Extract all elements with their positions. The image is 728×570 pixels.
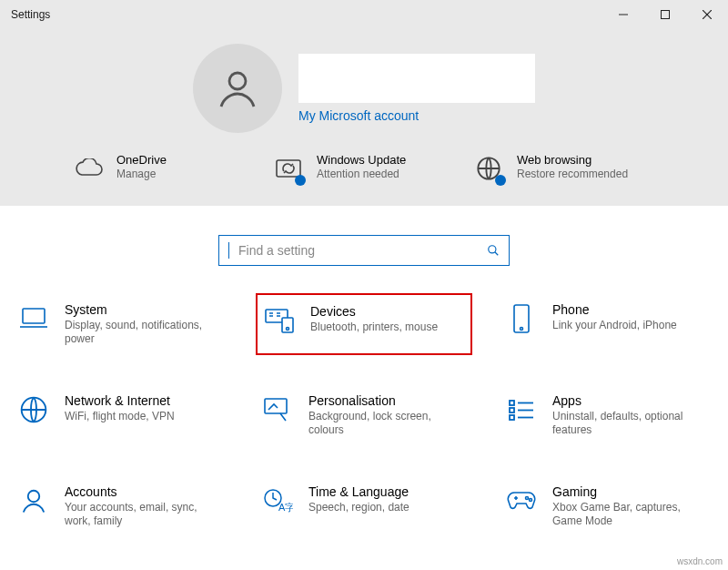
category-accounts[interactable]: Accounts Your accounts, email, sync, wor… [12,475,228,537]
my-microsoft-account-link[interactable]: My Microsoft account [298,108,535,123]
svg-rect-5 [277,160,300,177]
search-icon [487,244,500,257]
svg-point-7 [489,246,496,253]
tile-web-title: Web browsing [517,153,628,167]
category-apps-sub: Uninstall, defaults, optional features [552,410,711,437]
sync-icon [273,153,304,184]
svg-point-27 [530,499,532,502]
window-title: Settings [11,8,602,21]
time-language-icon: A字 [261,484,294,517]
svg-point-14 [521,328,523,331]
category-apps-title: Apps [552,393,711,408]
category-system-title: System [65,302,223,317]
tile-update-sub: Attention needed [317,168,406,180]
category-system[interactable]: System Display, sound, notifications, po… [12,293,228,355]
category-personal-title: Personalisation [308,393,467,408]
svg-rect-17 [510,401,514,405]
svg-rect-19 [510,408,514,412]
search-placeholder: Find a setting [238,243,315,258]
svg-point-26 [526,497,529,500]
tile-web-browsing[interactable]: Web browsing Restore recommended [473,153,655,184]
category-gaming-sub: Xbox Game Bar, captures, Game Mode [552,501,711,528]
category-personal-sub: Background, lock screen, colours [308,410,467,437]
close-button[interactable] [686,0,728,29]
category-time-title: Time & Language [308,484,410,499]
category-network[interactable]: Network & Internet WiFi, flight mode, VP… [12,384,228,446]
svg-text:A字: A字 [278,502,293,513]
person-icon [17,484,50,517]
tile-windows-update[interactable]: Windows Update Attention needed [273,153,455,184]
category-system-sub: Display, sound, notifications, power [65,319,223,346]
svg-rect-13 [514,305,529,332]
avatar[interactable] [193,44,282,133]
category-devices[interactable]: Devices Bluetooth, printers, mouse [256,293,472,355]
devices-icon [263,304,296,337]
category-network-title: Network & Internet [65,393,175,408]
account-row: My Microsoft account [0,44,728,133]
category-personalisation[interactable]: Personalisation Background, lock screen,… [256,384,472,446]
person-icon [216,66,259,110]
svg-rect-1 [662,11,670,19]
category-network-sub: WiFi, flight mode, VPN [65,410,175,423]
globe-icon [473,153,504,184]
tile-web-sub: Restore recommended [517,168,628,180]
watermark: wsxdn.com [677,556,723,566]
settings-header: My Microsoft account OneDrive Manage [0,29,728,206]
category-phone-title: Phone [552,302,677,317]
tile-update-title: Windows Update [317,153,406,167]
tile-onedrive-sub: Manage [116,168,167,180]
category-time-language[interactable]: A字 Time & Language Speech, region, date [256,475,472,537]
svg-line-8 [495,252,499,256]
category-phone-sub: Link your Android, iPhone [552,319,677,332]
phone-icon [505,302,538,335]
paintbrush-icon [261,393,294,426]
svg-rect-21 [510,415,514,420]
svg-rect-9 [23,309,45,323]
svg-point-4 [229,73,246,89]
cloud-icon [73,153,104,184]
maximize-button[interactable] [644,0,686,29]
search-input[interactable]: Find a setting [218,235,510,266]
gamepad-icon [505,484,538,517]
minimize-button[interactable] [602,0,644,29]
category-gaming[interactable]: Gaming Xbox Game Bar, captures, Game Mod… [500,475,716,537]
account-name-placeholder [298,54,535,103]
category-phone[interactable]: Phone Link your Android, iPhone [500,293,716,355]
tile-onedrive-title: OneDrive [116,153,167,167]
category-devices-title: Devices [310,304,438,319]
tile-onedrive[interactable]: OneDrive Manage [73,153,255,184]
category-gaming-title: Gaming [552,484,711,499]
category-time-sub: Speech, region, date [308,501,410,514]
attention-dot-icon [295,175,306,186]
apps-list-icon [505,393,538,426]
category-apps[interactable]: Apps Uninstall, defaults, optional featu… [500,384,716,446]
category-accounts-title: Accounts [65,484,223,499]
titlebar: Settings [0,0,728,29]
laptop-icon [17,302,50,335]
category-accounts-sub: Your accounts, email, sync, work, family [65,501,223,528]
svg-point-23 [28,491,40,503]
globe-icon [17,393,50,426]
category-devices-sub: Bluetooth, printers, mouse [310,321,438,334]
attention-dot-icon [495,175,506,186]
